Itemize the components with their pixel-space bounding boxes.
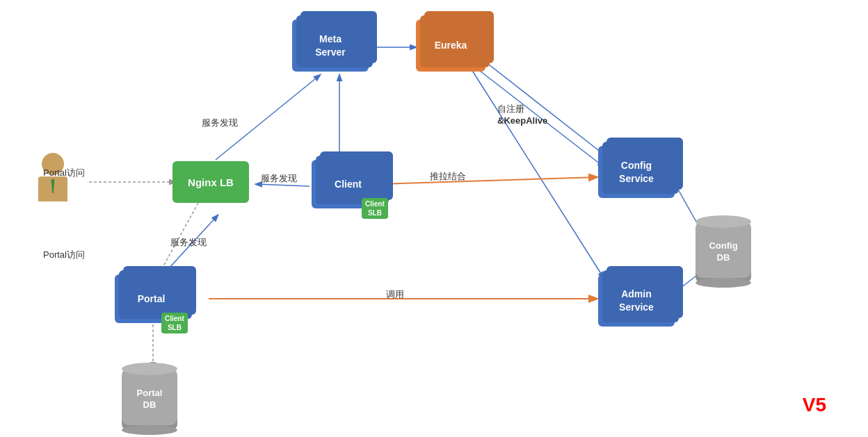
nginx-lb-node: Nginx LB xyxy=(172,161,249,203)
label-service-discovery-bottom: 服务发现 xyxy=(170,236,207,249)
portal-db-cylinder: PortalDB xyxy=(122,368,177,431)
keepalive-text: &KeepAlive xyxy=(497,115,547,126)
portal-db-label: PortalDB xyxy=(137,388,163,411)
version-label: V5 xyxy=(803,394,826,416)
meta-server-label: MetaServer xyxy=(315,33,346,58)
label-service-discovery-top: 服务发现 xyxy=(202,117,238,129)
portal-slb-badge: ClientSLB xyxy=(161,313,188,333)
label-portal-access-bottom: Portal访问 xyxy=(43,249,85,261)
config-service-label: ConfigService xyxy=(619,159,654,184)
svg-line-5 xyxy=(472,69,604,278)
config-db-label: ConfigDB xyxy=(709,240,737,264)
client-label: Client xyxy=(335,178,362,190)
config-service-node: ConfigService xyxy=(598,146,675,198)
eureka-node: Eureka xyxy=(416,19,485,72)
label-portal-access-top: Portal访问 xyxy=(43,167,85,179)
portal-label: Portal xyxy=(138,292,166,305)
client-slb-badge: ClientSLB xyxy=(362,198,388,219)
svg-line-7 xyxy=(379,177,597,184)
config-db-cylinder: ConfigDB xyxy=(696,221,751,283)
self-register-text: 自注册 xyxy=(497,104,524,114)
admin-service-node: AdminService xyxy=(598,274,675,327)
label-self-register: 自注册 &KeepAlive xyxy=(497,103,547,126)
nginx-lb-label: Nginx LB xyxy=(188,176,234,188)
label-service-discovery-middle: 服务发现 xyxy=(261,172,297,185)
meta-server-node: MetaServer xyxy=(292,19,369,72)
label-push-pull: 推拉结合 xyxy=(430,170,466,183)
diagram-container: Nginx LB MetaServer Eureka Client Client… xyxy=(0,0,868,437)
eureka-label: Eureka xyxy=(435,39,467,51)
admin-service-label: AdminService xyxy=(619,288,654,313)
config-db-node: ConfigDB xyxy=(696,221,751,283)
portal-db-node: PortalDB xyxy=(122,368,177,431)
label-invoke: 调用 xyxy=(386,288,404,301)
